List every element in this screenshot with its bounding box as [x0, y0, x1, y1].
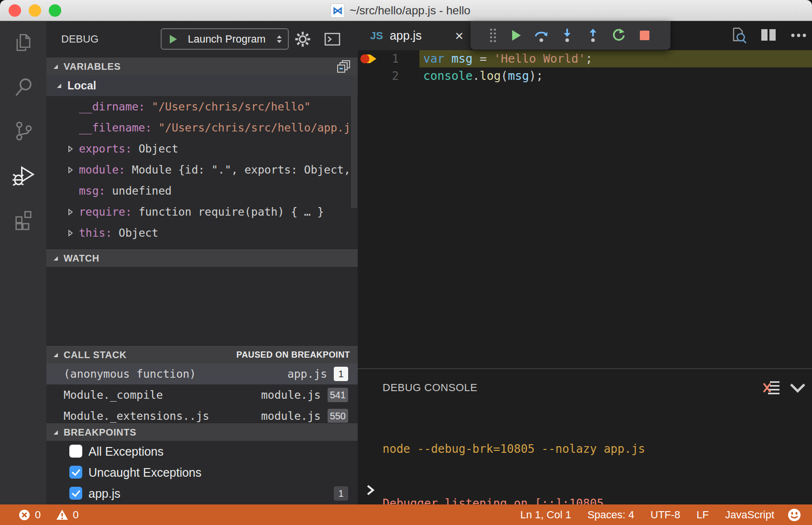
clear-console-button[interactable] [762, 379, 781, 399]
debug-sidebar: DEBUG Launch Program [46, 21, 358, 504]
tab-label: app.js [390, 29, 422, 43]
variable-row-require[interactable]: require: function require(path) { … } [46, 201, 358, 222]
scope-label: Local [67, 79, 96, 92]
console-input[interactable] [365, 483, 376, 499]
find-in-file-button[interactable] [729, 26, 747, 46]
appjs-breakpoint-checkbox[interactable] [69, 487, 82, 500]
git-branch-icon [12, 120, 35, 142]
stop-button[interactable] [632, 21, 658, 50]
more-actions-button[interactable] [790, 32, 807, 40]
problems-indicator[interactable]: 0 0 [0, 509, 79, 521]
frame-name: (anonymous function) [64, 368, 196, 380]
breakpoint-row-appjs: app.js 1 [46, 483, 358, 504]
watch-title: WATCH [64, 253, 99, 263]
watch-section-header[interactable]: WATCH [46, 249, 358, 267]
frame-line-badge: 541 [328, 388, 348, 402]
sidebar-item-search[interactable] [0, 65, 46, 109]
breakpoint-label: Uncaught Exceptions [88, 462, 201, 483]
chevron-expanded-icon [53, 255, 59, 262]
variable-row-dirname[interactable]: __dirname: "/Users/chris/src/hello" [46, 96, 358, 117]
warning-icon [56, 509, 68, 521]
stack-frame-module-compile[interactable]: Module._compile module.js 541 [46, 384, 358, 405]
chevron-expanded-icon [53, 429, 59, 436]
vscode-app-icon: ⋈ [330, 3, 345, 18]
continue-icon [508, 28, 523, 43]
all-exceptions-checkbox[interactable] [69, 445, 82, 458]
stop-icon [638, 29, 651, 42]
variables-section-header[interactable]: VARIABLES [46, 57, 358, 75]
window-title: ~/src/hello/app.js - hello [350, 4, 471, 17]
zoom-window-button[interactable] [49, 4, 61, 17]
step-over-button[interactable] [528, 21, 554, 50]
language-mode[interactable]: JavaScript [717, 509, 782, 521]
feedback-button[interactable] [782, 508, 812, 522]
breakpoint-gutter[interactable] [358, 67, 374, 85]
sidebar-item-explorer[interactable] [0, 21, 46, 65]
breakpoint-label: app.js [88, 483, 121, 504]
step-over-icon [533, 28, 549, 43]
debug-console-panel: DEBUG CONSOLE node --debug-brk=10805 --n… [358, 368, 812, 504]
open-debug-console-button[interactable] [322, 21, 343, 57]
debug-sidebar-header: DEBUG Launch Program [46, 21, 358, 57]
sidebar-scrollbar[interactable] [351, 75, 357, 208]
console-line-command: node --debug-brk=10805 --nolazy app.js [383, 440, 645, 458]
javascript-file-icon: JS [370, 30, 383, 42]
dropdown-spinner-icon [274, 34, 284, 44]
configure-launch-button[interactable] [292, 21, 313, 57]
close-window-button[interactable] [9, 4, 21, 17]
close-tab-icon[interactable]: × [455, 29, 463, 43]
debug-console-title: DEBUG CONSOLE [383, 382, 477, 394]
launch-configuration-dropdown[interactable]: Launch Program [161, 28, 289, 50]
call-stack-section-header[interactable]: CALL STACK PAUSED ON BREAKPOINT [46, 345, 358, 363]
uncaught-exceptions-checkbox[interactable] [69, 466, 82, 479]
stack-frame-anonymous[interactable]: (anonymous function) app.js 1 [46, 363, 358, 384]
breakpoint-count-badge: 1 [334, 486, 348, 501]
breakpoint-label: All Exceptions [88, 441, 164, 462]
debug-icon [11, 163, 35, 187]
variable-row-this[interactable]: this: Object [46, 222, 358, 243]
chevron-collapsed-icon [67, 166, 73, 174]
breakpoints-section-header[interactable]: BREAKPOINTS [46, 423, 358, 441]
sidebar-item-source-control[interactable] [0, 109, 46, 153]
line-number: 2 [374, 67, 399, 85]
variables-scope-local[interactable]: Local [46, 75, 358, 96]
frame-name: Module._extensions..js [64, 410, 209, 422]
sidebar-item-debug[interactable] [0, 153, 46, 197]
minimize-window-button[interactable] [29, 4, 41, 17]
debug-toolbar [471, 21, 670, 50]
titlebar: ⋈ ~/src/hello/app.js - hello [0, 0, 812, 21]
encoding-setting[interactable]: UTF-8 [642, 509, 688, 521]
gear-icon [294, 31, 311, 48]
split-editor-button[interactable] [759, 27, 778, 45]
code-text: console.log(msg); [419, 67, 812, 85]
variable-row-exports[interactable]: exports: Object [46, 138, 358, 159]
sidebar-title: DEBUG [61, 21, 99, 57]
variable-row-filename[interactable]: __filename: "/Users/chris/src/hello/app.… [46, 117, 358, 138]
step-into-button[interactable] [554, 21, 580, 50]
variables-title: VARIABLES [64, 61, 121, 72]
launch-configuration-label: Launch Program [179, 33, 274, 45]
step-out-button[interactable] [580, 21, 606, 50]
breakpoint-gutter[interactable] [358, 50, 374, 67]
eol-setting[interactable]: LF [689, 509, 717, 521]
indentation-setting[interactable]: Spaces: 4 [579, 509, 642, 521]
activity-bar [0, 21, 46, 504]
chevron-collapsed-icon [67, 145, 73, 153]
tab-appjs[interactable]: JS app.js × [358, 21, 471, 50]
continue-button[interactable] [503, 21, 528, 50]
restart-button[interactable] [606, 21, 632, 50]
variable-row-msg[interactable]: msg: undefined [46, 180, 358, 201]
step-into-icon [560, 28, 574, 43]
code-text: var msg = 'Hello World'; [419, 50, 812, 67]
code-line-1[interactable]: 1 var msg = 'Hello World'; [358, 50, 812, 67]
frame-file: app.js [287, 363, 327, 384]
sidebar-item-extensions[interactable] [0, 197, 46, 241]
chevron-down-icon [789, 382, 806, 394]
cursor-position[interactable]: Ln 1, Col 1 [512, 509, 579, 521]
ellipsis-icon [790, 33, 807, 38]
code-line-2[interactable]: 2 console.log(msg); [358, 67, 812, 85]
toolbar-drag-handle[interactable] [483, 21, 503, 50]
variable-row-module[interactable]: module: Module {id: ".", exports: Object… [46, 159, 358, 180]
frame-file: module.js [261, 384, 321, 405]
collapse-panel-button[interactable] [789, 382, 806, 396]
